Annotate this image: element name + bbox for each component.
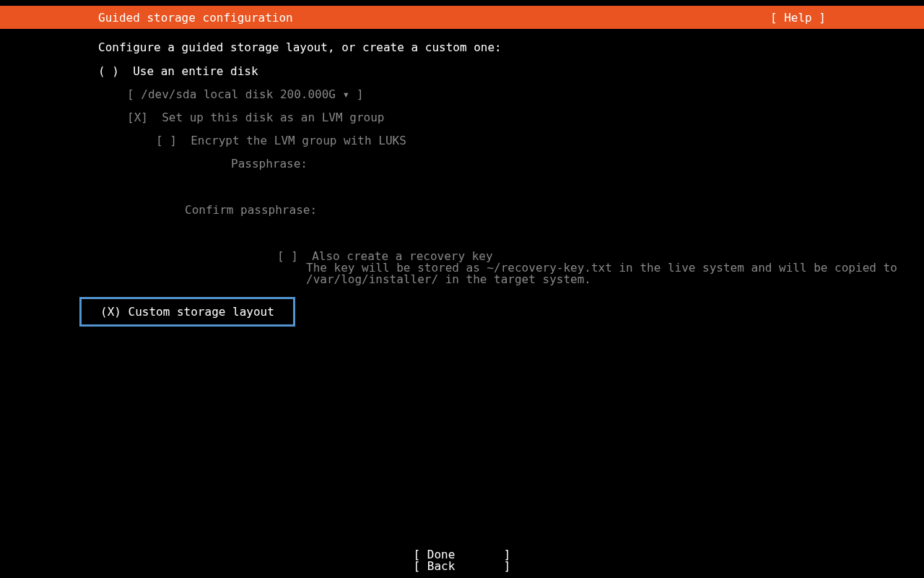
disk-selector[interactable]: [ /dev/sda local disk 200.000G ▾ ]	[98, 89, 826, 100]
passphrase-label: Passphrase:	[98, 158, 826, 170]
encrypt-option[interactable]: [ ] Encrypt the LVM group with LUKS	[98, 135, 826, 147]
lvm-option[interactable]: [X] Set up this disk as an LVM group	[98, 112, 826, 124]
help-button[interactable]: [ Help ]	[770, 11, 826, 25]
footer-buttons: [ Done ] [ Back ]	[0, 549, 924, 572]
header-bar: Guided storage configuration [ Help ]	[0, 6, 924, 29]
custom-label: Custom storage layout	[121, 305, 274, 319]
entire-disk-radio[interactable]: ( )	[98, 64, 119, 78]
encrypt-checkbox[interactable]: [ ]	[156, 134, 177, 147]
recovery-checkbox[interactable]: [ ]	[277, 249, 298, 263]
confirm-passphrase-label: Confirm passphrase:	[98, 204, 826, 216]
main-content: Configure a guided storage layout, or cr…	[0, 29, 924, 327]
entire-disk-label: Use an entire disk	[119, 64, 258, 78]
entire-disk-option[interactable]: ( ) Use an entire disk	[98, 66, 826, 77]
lvm-checkbox[interactable]: [X]	[127, 111, 148, 124]
recovery-desc-2: /var/log/installer/ in the target system…	[98, 274, 826, 285]
lvm-label: Set up this disk as an LVM group	[148, 111, 385, 124]
page-title: Guided storage configuration	[98, 11, 293, 25]
instruction-text: Configure a guided storage layout, or cr…	[98, 40, 826, 54]
custom-radio[interactable]: (X)	[100, 305, 121, 319]
encrypt-label: Encrypt the LVM group with LUKS	[177, 134, 406, 147]
custom-storage-option[interactable]: (X) Custom storage layout	[79, 297, 295, 327]
back-button[interactable]: [ Back ]	[0, 561, 924, 572]
